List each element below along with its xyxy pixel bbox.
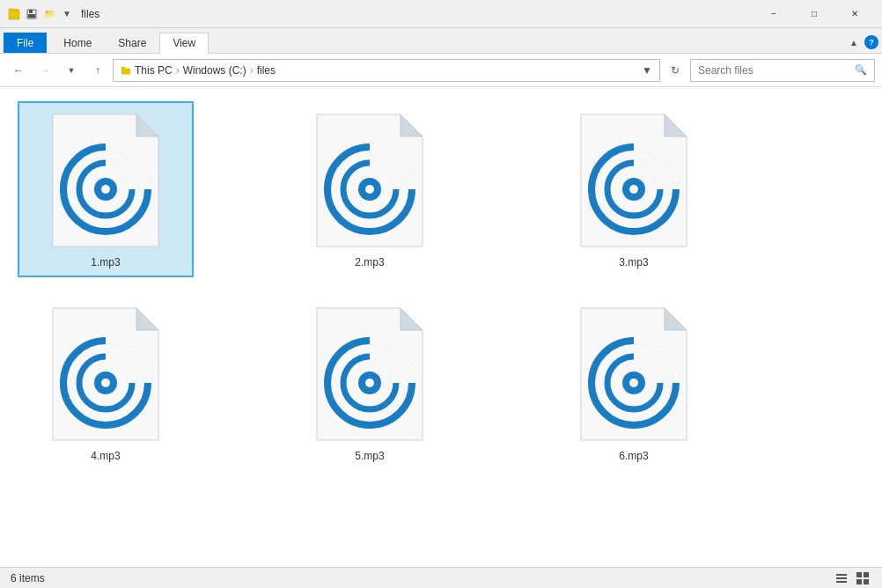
svg-rect-4 <box>28 14 35 18</box>
item-count: 6 items <box>11 572 45 584</box>
file-icon <box>308 110 431 251</box>
file-item[interactable]: 1.mp3 <box>18 101 194 277</box>
svg-rect-47 <box>864 579 869 584</box>
file-icon <box>44 304 167 445</box>
content-area: 1.mp3 2.mp3 <box>0 87 882 567</box>
file-item[interactable]: 2.mp3 <box>282 101 458 277</box>
folder-icon <box>121 65 131 76</box>
file-item[interactable]: 3.mp3 <box>546 101 722 277</box>
large-icons-view-button[interactable] <box>854 570 871 587</box>
file-item[interactable]: 5.mp3 <box>282 295 458 471</box>
help-button[interactable]: ? <box>864 35 878 49</box>
svg-rect-45 <box>864 572 869 577</box>
nav-bar: ← → ▼ ↑ This PC › Windows (C:) › files ▼… <box>0 54 882 87</box>
title-bar: 📁 ▼ files − □ ✕ <box>0 0 882 28</box>
svg-marker-36 <box>665 308 687 330</box>
svg-rect-42 <box>836 577 847 579</box>
file-name: 2.mp3 <box>355 256 384 268</box>
ribbon: File Home Share View ▲ ? <box>0 28 882 54</box>
tab-view[interactable]: View <box>159 33 209 54</box>
file-name: 4.mp3 <box>91 450 120 462</box>
file-icon <box>308 304 431 445</box>
file-name: 3.mp3 <box>619 256 648 268</box>
svg-point-10 <box>101 185 110 194</box>
breadcrumb-files[interactable]: files <box>257 64 276 77</box>
svg-marker-30 <box>401 308 423 330</box>
file-item[interactable]: 6.mp3 <box>546 295 722 471</box>
file-icon <box>44 110 167 251</box>
breadcrumb-sep-2: › <box>250 64 254 77</box>
ribbon-tabs: File Home Share View ▲ ? <box>0 28 882 53</box>
file-name: 1.mp3 <box>91 256 120 268</box>
breadcrumb-this-pc[interactable]: This PC <box>135 64 173 77</box>
details-view-button[interactable] <box>833 570 850 587</box>
recent-locations-button[interactable]: ▼ <box>60 59 83 82</box>
title-bar-app-icons: 📁 ▼ <box>7 7 74 21</box>
search-bar[interactable]: 🔍 <box>690 59 875 82</box>
minimize-button[interactable]: − <box>753 0 794 28</box>
file-grid: 1.mp3 2.mp3 <box>18 101 864 471</box>
status-bar: 6 items <box>0 567 882 588</box>
file-icon <box>572 110 695 251</box>
details-view-icon <box>834 571 849 585</box>
file-name: 5.mp3 <box>355 450 384 462</box>
breadcrumb-windows-c[interactable]: Windows (C:) <box>183 64 246 77</box>
maximize-button[interactable]: □ <box>794 0 834 28</box>
window-controls: − □ ✕ <box>753 0 875 28</box>
address-bar[interactable]: This PC › Windows (C:) › files ▼ <box>113 59 660 82</box>
refresh-button[interactable]: ↻ <box>664 59 687 82</box>
svg-point-34 <box>365 379 374 387</box>
close-button[interactable]: ✕ <box>834 0 875 28</box>
quick-access-save[interactable] <box>25 7 39 21</box>
svg-rect-43 <box>836 581 847 583</box>
svg-marker-24 <box>136 308 158 330</box>
svg-rect-44 <box>856 572 862 577</box>
svg-marker-12 <box>401 114 423 136</box>
svg-point-40 <box>629 379 638 387</box>
quick-access-dropdown[interactable]: ▼ <box>60 7 74 21</box>
svg-point-28 <box>101 379 110 387</box>
ribbon-collapse[interactable]: ▲ <box>847 35 861 49</box>
address-dropdown[interactable]: ▼ <box>642 64 652 77</box>
file-item[interactable]: 4.mp3 <box>18 295 194 471</box>
breadcrumb-sep-1: › <box>176 64 180 77</box>
tab-share[interactable]: Share <box>105 33 159 53</box>
up-button[interactable]: ↑ <box>86 59 109 82</box>
svg-point-22 <box>629 185 638 194</box>
svg-point-16 <box>365 185 374 194</box>
svg-marker-18 <box>665 114 687 136</box>
search-input[interactable] <box>698 64 855 77</box>
tab-file[interactable]: File <box>4 33 47 53</box>
svg-marker-6 <box>136 114 158 136</box>
large-icons-view-icon <box>856 571 870 585</box>
file-name: 6.mp3 <box>619 450 648 462</box>
window-title: files <box>81 8 753 20</box>
back-button[interactable]: ← <box>7 59 30 82</box>
quick-access-newdir[interactable]: 📁 <box>42 7 56 21</box>
view-controls <box>833 570 871 587</box>
forward-button[interactable]: → <box>33 59 56 82</box>
search-icon: 🔍 <box>855 64 867 76</box>
app-icon <box>7 7 21 21</box>
svg-rect-3 <box>29 10 33 13</box>
file-icon <box>572 304 695 445</box>
tab-home[interactable]: Home <box>50 33 105 53</box>
svg-rect-46 <box>856 579 862 584</box>
svg-rect-41 <box>836 574 847 576</box>
